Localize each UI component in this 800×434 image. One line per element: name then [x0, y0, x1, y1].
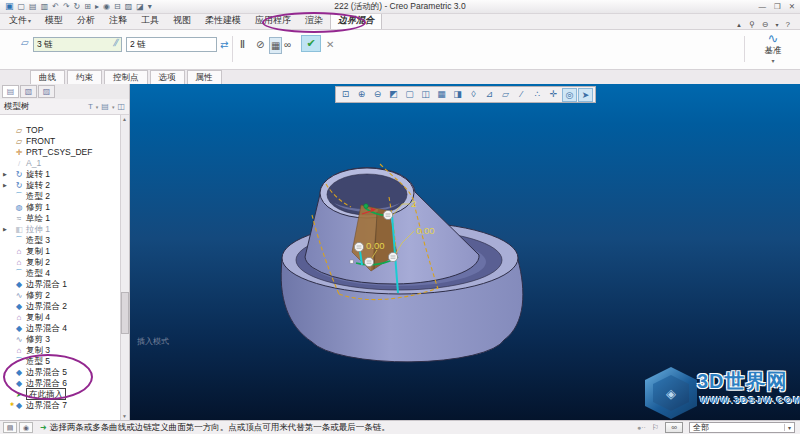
repaint-icon[interactable]: ◩: [386, 88, 401, 102]
scroll-up-icon[interactable]: ▲: [122, 116, 127, 122]
datum-group[interactable]: ∿ 基准 ▾: [755, 32, 791, 64]
tab-options[interactable]: 选项: [150, 70, 185, 84]
tab-control-points[interactable]: 控制点: [104, 70, 148, 84]
tree-item[interactable]: ⌒造型 2: [0, 191, 120, 202]
tree-item[interactable]: ▱TOP: [0, 125, 120, 136]
vertex-handle[interactable]: [350, 260, 353, 263]
zoom-in-icon[interactable]: ⊕: [354, 88, 369, 102]
pause-button[interactable]: ‖: [240, 37, 245, 52]
refit-icon[interactable]: ⊡: [338, 88, 353, 102]
tab-applications[interactable]: 应用程序: [248, 12, 298, 29]
close-button[interactable]: ✕: [789, 2, 795, 11]
expand-icon[interactable]: ▶: [3, 224, 7, 235]
chevron-down-icon[interactable]: ▾: [112, 104, 115, 110]
second-direction-collector[interactable]: [126, 37, 217, 52]
model-tree-tab-icon[interactable]: ▤: [2, 85, 19, 98]
attached-preview-button[interactable]: ▦: [269, 37, 282, 54]
orient-mode-icon[interactable]: ➤: [578, 88, 593, 102]
minimize-ribbon-icon[interactable]: ▲: [736, 22, 742, 28]
help-icon[interactable]: ?: [786, 20, 790, 29]
tree-item[interactable]: ▶↻旋转 1: [0, 169, 120, 180]
tab-render[interactable]: 渲染: [298, 12, 330, 29]
verify-button[interactable]: ∞: [284, 37, 291, 52]
tree-item[interactable]: ≈草绘 1: [0, 213, 120, 224]
tree-item[interactable]: ✛PRT_CSYS_DEF: [0, 147, 120, 158]
tree-options-icon[interactable]: ◫: [117, 102, 125, 111]
tree-item[interactable]: ⌒造型 3: [0, 235, 120, 246]
tab-analysis[interactable]: 分析: [70, 12, 102, 29]
windows-icon[interactable]: ⊞: [84, 0, 91, 13]
datum-display-icon[interactable]: ⊿: [482, 88, 497, 102]
drag-handle[interactable]: [383, 210, 392, 219]
new-file-icon[interactable]: ▢: [18, 0, 26, 13]
tree-item[interactable]: ▶↻旋转 2: [0, 180, 120, 191]
folder-browser-tab-icon[interactable]: ▧: [20, 85, 37, 98]
tree-item[interactable]: ◆边界混合 5: [0, 367, 120, 378]
chevron-down-icon[interactable]: ▾: [784, 424, 791, 431]
tree-item[interactable]: /A_1: [0, 158, 120, 169]
graphics-viewport[interactable]: ⊡ ⊕ ⊖ ◩ ▢ ◫ ▦ ◨ ◊ ⊿ ▱ ⁄ ∴ ✛ ◎ ➤ 插入模式: [130, 84, 800, 420]
tree-filters-icon[interactable]: T: [88, 102, 93, 111]
tree-item[interactable]: ◆边界混合 4: [0, 323, 120, 334]
tab-annotate[interactable]: 注释: [102, 12, 134, 29]
save-icon[interactable]: ▥: [41, 0, 49, 13]
tab-properties[interactable]: 属性: [187, 70, 222, 84]
point-display-icon[interactable]: ∴: [530, 88, 545, 102]
zoom-out-icon[interactable]: ⊖: [370, 88, 385, 102]
dimension-value[interactable]: 0.00: [366, 240, 385, 251]
tree-item[interactable]: ◆边界混合 1: [0, 279, 120, 290]
drag-handle[interactable]: [354, 242, 363, 251]
spin-center-icon[interactable]: ◎: [562, 88, 577, 102]
find-button[interactable]: ∞: [665, 422, 683, 433]
web-icon[interactable]: ◉: [103, 0, 110, 13]
saved-views-icon[interactable]: ▦: [434, 88, 449, 102]
selection-filter-dropdown[interactable]: 全部 ▾: [689, 422, 795, 433]
tree-item[interactable]: ⌂复制 3: [0, 345, 120, 356]
open-file-icon[interactable]: ▤: [29, 0, 37, 13]
tab-flexible-modeling[interactable]: 柔性建模: [198, 12, 248, 29]
close-window-icon[interactable]: ◪: [136, 0, 144, 13]
send-icon[interactable]: ⊟: [114, 0, 121, 13]
customize-caret-icon[interactable]: ▾: [148, 0, 152, 13]
tree-item[interactable]: ◆边界混合 2: [0, 301, 120, 312]
redo-icon[interactable]: ↷: [63, 0, 70, 13]
undo-icon[interactable]: ↶: [52, 0, 59, 13]
minimize-button[interactable]: —: [758, 2, 766, 11]
tab-model[interactable]: 模型: [38, 12, 70, 29]
search-icon[interactable]: ⚲: [749, 20, 755, 29]
expand-icon[interactable]: ▶: [3, 180, 7, 191]
chevron-down-icon[interactable]: ▾: [96, 104, 99, 110]
tree-toggle-icon[interactable]: ▤: [3, 422, 17, 433]
flag-icon[interactable]: ⚐: [652, 423, 659, 432]
dimension-value[interactable]: 0.00: [416, 225, 435, 236]
scrollbar-thumb[interactable]: [121, 292, 129, 334]
scroll-down-icon[interactable]: ▼: [122, 413, 127, 419]
annotation-display-icon[interactable]: ◊: [466, 88, 481, 102]
view-manager-icon[interactable]: ◨: [450, 88, 465, 102]
print-icon[interactable]: ▨: [125, 0, 133, 13]
expand-icon[interactable]: ▶: [3, 169, 7, 180]
tree-item[interactable]: ⌂复制 4: [0, 312, 120, 323]
tab-view[interactable]: 视图: [166, 12, 198, 29]
browser-toggle-icon[interactable]: ◉: [19, 422, 33, 433]
display-style-icon[interactable]: ◫: [418, 88, 433, 102]
cancel-button[interactable]: ✕: [326, 37, 334, 52]
chevron-down-icon[interactable]: ▾: [755, 58, 791, 64]
tree-item[interactable]: ⌒造型 4: [0, 268, 120, 279]
tab-file[interactable]: 文件▾: [2, 12, 38, 29]
tab-constraints[interactable]: 约束: [67, 70, 102, 84]
play-icon[interactable]: ▸: [95, 0, 99, 13]
drag-handle[interactable]: [388, 252, 397, 261]
tree-item[interactable]: ⌒造型 5: [0, 356, 120, 367]
tab-tools[interactable]: 工具: [134, 12, 166, 29]
command-locator-icon[interactable]: ⊖: [762, 20, 769, 29]
tree-item[interactable]: ▱FRONT: [0, 136, 120, 147]
tree-item[interactable]: ▶◧拉伸 1: [0, 224, 120, 235]
tree-item[interactable]: ⌂复制 1: [0, 246, 120, 257]
csys-display-icon[interactable]: ✛: [546, 88, 561, 102]
first-direction-collector[interactable]: [33, 37, 122, 52]
tree-item[interactable]: ∿修剪 2: [0, 290, 120, 301]
ok-button[interactable]: ✔: [301, 35, 321, 52]
swap-directions-icon[interactable]: ⇄: [220, 37, 228, 52]
no-preview-button[interactable]: ⊘: [256, 37, 264, 52]
